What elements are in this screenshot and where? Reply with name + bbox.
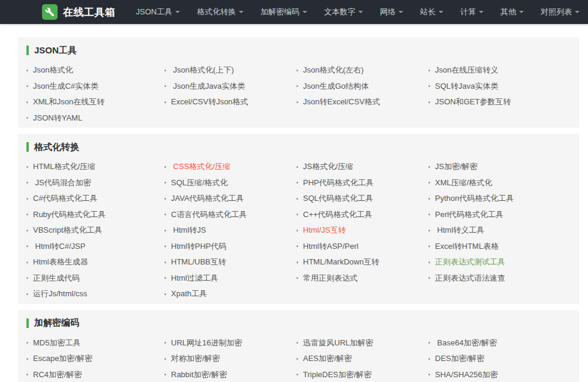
nav-item-2[interactable]: 加解密编码 [252, 0, 316, 24]
tool-link[interactable]: Json格式化 [33, 65, 73, 76]
tool-link[interactable]: HTML格式化/压缩 [33, 161, 95, 172]
bullet-icon [164, 358, 166, 360]
tool-link[interactable]: JAVA代码格式化工具 [171, 193, 244, 204]
tool-link[interactable]: XML和Json在线互转 [33, 97, 104, 107]
tool-link[interactable]: Rabbit加密/解密 [171, 369, 227, 380]
tool-link[interactable]: URL网址16进制加密 [171, 338, 242, 348]
nav-item-8[interactable]: 对照列表 [532, 0, 588, 24]
tool-link[interactable]: Base64加密/解密 [435, 338, 497, 348]
nav-item-6[interactable]: 计算 [452, 0, 492, 24]
tool-link[interactable]: Html转C#/JSP [33, 241, 85, 252]
tool-link[interactable]: MD5加密工具 [33, 338, 80, 348]
tool-link[interactable]: Html转PHP代码 [171, 241, 226, 252]
tool-link-item: JS代码混合加密 [26, 175, 164, 191]
nav-item-7[interactable]: 其他 [492, 0, 532, 24]
tool-link[interactable]: Excel转HTML表格 [435, 241, 499, 252]
tool-link[interactable]: JS加密/解密 [435, 161, 478, 172]
section-accent-bar [26, 46, 29, 55]
tool-link-item: 常用正则表达式 [296, 270, 428, 287]
tool-link[interactable]: RC4加密/解密 [33, 369, 82, 380]
brand[interactable]: 在线工具箱 [42, 4, 116, 20]
tool-link[interactable]: Html转JS [171, 225, 206, 236]
nav-item-3[interactable]: 文本数字 [316, 0, 371, 24]
bullet-icon [296, 245, 298, 247]
tool-link[interactable]: HTML/UBB互转 [171, 257, 226, 267]
tool-link-item: Json格式化(上下) [164, 62, 296, 79]
bullet-icon [296, 230, 298, 231]
tool-link[interactable]: Html表格生成器 [33, 257, 88, 267]
tool-link[interactable]: 迅雷旋风URL加解密 [303, 338, 373, 348]
tool-link[interactable]: Python代码格式化工具 [435, 193, 514, 204]
bullet-icon [428, 358, 430, 360]
tool-link[interactable]: Ruby代码格式化工具 [33, 209, 106, 220]
tool-link-item: Html转JS [164, 222, 296, 239]
tool-link[interactable]: PHP代码格式化工具 [303, 178, 374, 188]
tool-link[interactable]: AES加密/解密 [303, 353, 352, 364]
tool-link-item: Escape加密/解密 [26, 351, 164, 367]
tool-link-item: CSS格式化/压缩 [164, 159, 296, 175]
tool-link[interactable]: Json生成Go结构体 [303, 81, 369, 92]
chevron-down-icon [439, 11, 443, 13]
tool-link[interactable]: TripleDES加密/解密 [303, 369, 371, 380]
tool-link[interactable]: Json格式化(左右) [303, 65, 364, 76]
tool-link[interactable]: Json格式化(上下) [171, 65, 234, 76]
tool-link[interactable]: Xpath工具 [171, 288, 207, 299]
tool-link-item: Json在线压缩转义 [428, 62, 569, 79]
tool-link[interactable]: SQL转Java实体类 [435, 81, 498, 92]
tool-link[interactable]: JSON转YAML [33, 113, 82, 124]
tool-link[interactable]: Html过滤工具 [171, 273, 218, 284]
tool-link[interactable]: SQL代码格式化工具 [303, 193, 373, 204]
tool-link[interactable]: 对称加密/解密 [171, 353, 220, 364]
tool-link-item: JAVA代码格式化工具 [164, 191, 296, 207]
tool-link[interactable]: Html/JS互转 [303, 225, 346, 236]
tool-link[interactable]: 正则表达式测试工具 [435, 257, 505, 267]
tool-link-item: RC4加密/解密 [26, 367, 164, 382]
bullet-icon [26, 213, 28, 215]
tool-link[interactable]: Html转义工具 [435, 225, 484, 236]
tool-link[interactable]: JS代码混合加密 [33, 178, 91, 188]
tool-link[interactable]: Json生成C#实体类 [33, 81, 98, 92]
tool-link[interactable]: CSS格式化/压缩 [171, 161, 230, 172]
tool-link[interactable]: JS格式化/压缩 [303, 161, 353, 172]
tool-link[interactable]: XML压缩/格式化 [435, 178, 492, 188]
bullet-icon [296, 213, 298, 215]
nav-item-1[interactable]: 格式化转换 [188, 0, 252, 24]
tool-link[interactable]: Json生成Java实体类 [171, 81, 245, 92]
bullet-icon [428, 70, 430, 71]
tool-link[interactable]: 运行Js/html/css [33, 288, 87, 299]
tool-link-item: XML和Json在线互转 [26, 94, 164, 110]
tool-link[interactable]: C++代码格式化工具 [303, 209, 373, 220]
section-header: 加解密编码 [26, 316, 569, 330]
tool-link[interactable]: C#代码格式化工具 [33, 193, 98, 204]
tool-link[interactable]: DES加密/解密 [435, 353, 484, 364]
bullet-icon [428, 277, 430, 279]
tool-link[interactable]: Escape加密/解密 [33, 353, 92, 364]
bullet-icon [164, 213, 166, 215]
nav-item-5[interactable]: 站长 [412, 0, 452, 24]
tool-link[interactable]: SHA/SHA256加密 [435, 369, 498, 380]
bullet-icon [164, 245, 166, 247]
tool-link[interactable]: Html转ASP/Perl [303, 241, 358, 252]
tool-link-item: Html转C#/JSP [26, 239, 164, 255]
tool-link[interactable]: Json转Excel/CSV格式 [303, 97, 380, 107]
nav-item-4[interactable]: 网络 [371, 0, 412, 24]
nav-item-0[interactable]: JSON工具 [128, 0, 189, 24]
bullet-icon [164, 166, 166, 168]
tool-link[interactable]: 正则表达式语法速查 [435, 273, 505, 284]
tool-link-item: MD5加密工具 [26, 335, 164, 351]
tool-link[interactable]: Excel/CSV转Json格式 [171, 97, 248, 107]
tool-link-item: C++代码格式化工具 [296, 207, 428, 223]
tool-link[interactable]: 常用正则表达式 [303, 273, 358, 284]
tool-link[interactable]: HTML/MarkDown互转 [303, 257, 379, 267]
nav-item-label: 格式化转换 [197, 7, 236, 17]
tool-link[interactable]: Json在线压缩转义 [435, 65, 498, 76]
tool-link[interactable]: JSON和GET参数互转 [435, 97, 511, 107]
tool-link[interactable]: 正则生成代码 [33, 273, 80, 284]
tool-link[interactable]: C语言代码格式化工具 [171, 209, 247, 220]
tool-link[interactable]: Perl代码格式化工具 [435, 209, 503, 220]
tool-link[interactable]: SQL压缩/格式化 [171, 178, 228, 188]
tool-link-item: Json生成Java实体类 [164, 79, 296, 95]
bullet-icon [164, 374, 166, 375]
tool-link-item: SQL转Java实体类 [428, 79, 569, 95]
tool-link[interactable]: VBScript格式化工具 [33, 225, 103, 236]
